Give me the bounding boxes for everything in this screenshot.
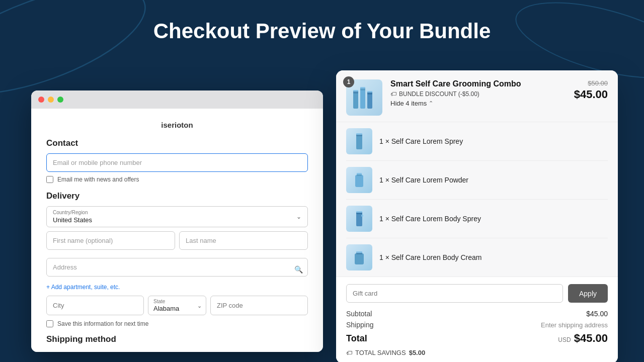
svg-rect-22 [355,253,364,264]
store-name: iserioton [46,121,308,129]
bundle-image-wrapper: 1 [346,79,382,116]
shipping-method-label: Shipping method [46,334,308,344]
svg-rect-15 [355,175,363,187]
first-name-input[interactable] [46,231,175,250]
bundle-price-block: $50.00 $45.00 [574,79,608,101]
order-summary-card: 1 Smart Self Care Grooming Combo [336,70,618,362]
state-select[interactable]: State Alabama ⌄ [148,296,206,315]
newsletter-checkbox[interactable] [46,176,53,183]
traffic-light-red[interactable] [38,97,44,103]
product-name-3: 1 × Self Care Lorem Body Sprey [379,215,481,223]
apply-button[interactable]: Apply [568,284,608,303]
svg-rect-10 [360,87,365,88]
gift-card-row: Apply [346,284,608,303]
address-input[interactable] [46,258,308,277]
country-value: United States [47,215,307,227]
product-image-1 [346,128,372,154]
traffic-light-green[interactable] [57,97,63,103]
newsletter-row: Email me with news and offers [46,176,308,183]
state-chevron-icon: ⌄ [197,302,202,309]
save-info-label: Save this information for next time [57,320,148,327]
bundle-info: Smart Self Care Grooming Combo 🏷 BUNDLE … [390,79,568,107]
svg-rect-7 [367,94,372,109]
traffic-light-yellow[interactable] [48,97,54,103]
gift-card-input[interactable] [346,284,563,303]
email-input[interactable] [46,153,308,172]
contact-section: Contact Email me with news and offers [46,138,308,183]
product-item: 1 × Self Care Lorem Powder [346,161,608,200]
bundle-discount-row: 🏷 BUNDLE DISCOUNT (-$5.00) [390,90,568,98]
page-title: Checkout Preview of Your Bundle [0,0,644,43]
svg-rect-14 [356,133,362,135]
savings-amount: $5.00 [409,349,426,356]
contact-label: Contact [46,138,308,148]
name-row [46,231,308,254]
country-label: Country/Region [47,207,307,215]
hide-items-button[interactable]: Hide 4 items ⌃ [390,100,568,107]
country-chevron-icon: ⌄ [296,213,301,220]
product-item: 1 × Self Care Lorem Sprey [346,122,608,161]
savings-tag-icon: 🏷 [346,349,352,356]
total-amount: $45.00 [574,332,608,345]
items-list: 1 × Self Care Lorem Sprey 1 × Self Care … [336,122,618,277]
svg-rect-24 [356,251,362,253]
savings-row: 🏷 TOTAL SAVINGS $5.00 [346,349,608,356]
city-state-zip-row: State Alabama ⌄ [46,296,308,315]
shipping-value: Enter shipping address [541,321,608,329]
svg-rect-18 [356,213,362,226]
original-price: $50.00 [574,79,608,87]
product-item: 1 × Self Care Loren Body Cream [346,238,608,277]
product-image-4 [346,244,372,270]
svg-point-21 [361,215,363,217]
subtotal-label: Subtotal [346,310,372,318]
zip-input[interactable] [210,296,308,315]
add-suite-link[interactable]: + Add apartment, suite, etc. [46,284,308,291]
product-image-2 [346,167,372,193]
total-value-block: USD $45.00 [558,332,608,345]
last-name-input[interactable] [179,231,308,250]
delivery-section: Delivery Country/Region United States ⌄ … [46,191,308,327]
total-currency: USD [558,336,571,343]
bundle-badge: 1 [343,76,354,87]
browser-content: iserioton Contact Email me with news and… [31,109,323,352]
discounted-price: $45.00 [574,88,608,101]
hide-items-text: Hide 4 items [390,100,427,107]
product-name-2: 1 × Self Care Lorem Powder [379,176,468,184]
svg-rect-11 [367,91,372,93]
bundle-discount-text: BUNDLE DISCOUNT (-$5.00) [399,90,479,98]
save-info-row: Save this information for next time [46,320,308,327]
savings-label: TOTAL SAVINGS [355,349,406,356]
city-input[interactable] [46,296,144,315]
country-select[interactable]: Country/Region United States ⌄ [46,206,308,227]
bundle-header: 1 Smart Self Care Grooming Combo [336,70,618,122]
svg-rect-9 [353,90,358,92]
subtotal-row: Subtotal $45.00 [346,310,608,318]
chevron-up-icon: ⌃ [429,100,433,107]
product-image-3 [346,206,372,232]
product-name-1: 1 × Self Care Lorem Sprey [379,137,463,145]
product-item: 1 × Self Care Lorem Body Sprey [346,200,608,238]
total-label: Total [346,333,367,344]
summary-bottom: Apply Subtotal $45.00 Shipping Enter shi… [336,277,618,362]
product-name-4: 1 × Self Care Loren Body Cream [379,253,482,261]
svg-rect-12 [356,135,362,149]
shipping-label: Shipping [346,321,374,329]
svg-rect-3 [353,93,358,109]
browser-window: iserioton Contact Email me with news and… [31,90,323,352]
address-wrapper: 🔍 [46,258,308,281]
total-row: Total USD $45.00 [346,332,608,345]
shipping-row: Shipping Enter shipping address [346,321,608,329]
svg-rect-20 [356,211,362,213]
subtotal-value: $45.00 [586,310,608,318]
tag-icon: 🏷 [390,90,396,98]
newsletter-label: Email me with news and offers [57,176,139,183]
address-search-icon: 🔍 [294,265,303,274]
svg-rect-5 [360,89,365,109]
bundle-name: Smart Self Care Grooming Combo [390,79,568,88]
delivery-label: Delivery [46,191,308,201]
save-info-checkbox[interactable] [46,320,53,327]
browser-titlebar [31,90,323,109]
svg-rect-17 [357,173,362,174]
